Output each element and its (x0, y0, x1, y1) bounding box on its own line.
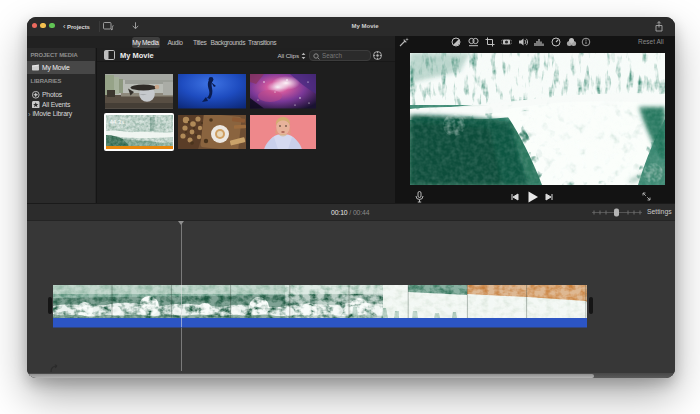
svg-text:44.3s: 44.3s (109, 119, 124, 125)
